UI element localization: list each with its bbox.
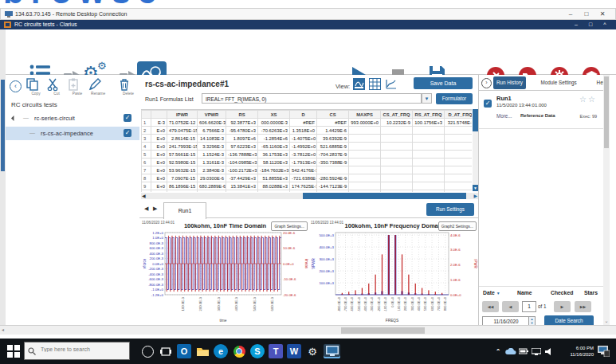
remote-desktop-icon[interactable] [324,344,340,358]
date-spinner-icon[interactable]: ▲▼ [528,316,536,325]
graph-view-icon[interactable] [385,78,397,90]
skype-icon[interactable]: S [250,344,265,358]
table-cell[interactable]: 92.3877E+3 [226,119,258,127]
table-cell[interactable] [349,151,381,159]
table-cell[interactable]: #REF [290,119,317,127]
table-cell[interactable]: 39.6392E-9 [317,135,349,143]
table-cell[interactable]: 993.0000E+0 [349,119,381,127]
rdp-tray-icon[interactable] [598,346,610,357]
table-cell[interactable] [445,127,473,135]
file-explorer-icon[interactable] [195,344,210,358]
edge-icon[interactable]: e [214,344,228,358]
tree-item-rc-series-circuit[interactable]: — rc-series-circuit ✓ [6,112,139,125]
battery-icon[interactable] [518,344,529,358]
table-cell[interactable]: 6.7566E-3 [198,127,226,135]
table-view-icon[interactable] [369,78,381,90]
onedrive-cloud-icon[interactable] [505,344,516,358]
volume-icon[interactable] [543,344,555,358]
table-cell[interactable]: 66.7000E-15 [167,190,198,193]
table-cell[interactable] [381,182,413,190]
cut-button[interactable]: Cut [47,78,66,96]
table-cell[interactable]: 10 [142,190,151,193]
rdc-vertical-scrollbar[interactable] [0,29,6,325]
tab-run-history[interactable]: Run History [493,76,526,89]
column-header[interactable]: CS_AT_FRQ [381,111,413,119]
table-cell[interactable]: -70.6263E+3 [258,127,290,135]
scrollbar-thumb[interactable] [341,327,425,334]
last-page-button[interactable]: ▶▶ [575,301,591,312]
table-cell[interactable] [445,151,473,159]
formulator-button[interactable]: Formulator [436,93,473,104]
table-cell[interactable]: 51.8855E+3 [258,174,290,182]
table-cell[interactable]: -184.7602E+3 [258,166,290,174]
table-cell[interactable] [413,174,445,182]
column-header[interactable]: XS [258,111,290,119]
table-cell[interactable]: -65.1160E+3 [258,143,290,151]
table-cell[interactable] [349,190,381,193]
table-cell[interactable]: -1.4992E+0 [290,143,317,151]
teams-icon[interactable]: T [269,344,283,358]
table-cell[interactable]: -95.4780E+3 [226,127,258,135]
table-cell[interactable]: E+0 [151,127,167,135]
table-cell[interactable]: 8 [142,174,151,182]
table-cell[interactable]: 478.6791E-3 [290,190,317,193]
column-header[interactable]: RS_AT_FRQ [413,111,445,119]
run-stars[interactable]: ☆☆ [579,95,597,104]
table-cell[interactable] [349,135,381,143]
rdc-minimize-button[interactable]: – [564,10,577,18]
table-cell[interactable] [381,159,413,166]
table-cell[interactable]: #REF [317,119,349,127]
table-cell[interactable]: -721.6386E-3 [290,174,317,182]
table-row[interactable]: 3E+02.8614E-1514.1083E-31.8097E+6-1.2854… [142,135,473,143]
app-collapse-button[interactable]: ^ [598,22,611,27]
table-cell[interactable] [349,143,381,151]
rdc-close-button[interactable]: ✕ [596,10,609,18]
table-cell[interactable]: -1.7913E+0 [290,159,317,166]
table-row[interactable]: 2E+0479.0475E-156.7566E-3-95.4780E+3-70.… [142,127,473,135]
table-cell[interactable]: 241.7993E-15 [167,143,198,151]
network-icon[interactable] [531,344,542,358]
table-cell[interactable]: 7 [142,166,151,174]
table-cell[interactable]: E+0 [151,174,167,182]
table-cell[interactable]: 58.1120E+3 [258,159,290,166]
table-cell[interactable]: 2 [142,127,151,135]
table-cell[interactable]: -61.4640E-9 [317,190,349,193]
column-header[interactable] [151,111,167,119]
column-header[interactable]: VPWR [198,111,226,119]
table-cell[interactable]: 29.0300E-6 [198,174,226,182]
table-cell[interactable]: -144.7123E-9 [317,182,349,190]
table-cell[interactable]: 680.2889E-6 [198,182,226,190]
table-cell[interactable] [381,143,413,151]
table-cell[interactable]: 53.9632E-15 [167,166,198,174]
rdc-horizontal-scrollbar[interactable]: ◂ [0,325,616,335]
table-cell[interactable] [445,159,473,166]
table-row[interactable]: 4E+0241.7993E-153.3296E-397.6223E+3-65.1… [142,143,473,151]
formula-dropdown-caret-icon[interactable]: ▼ [422,93,432,104]
table-cell[interactable]: E+0 [151,159,167,166]
table-cell[interactable]: E+0 [151,182,167,190]
table-cell[interactable] [349,166,381,174]
formula-dropdown[interactable]: IREAL= FFT_R(IMEAS, 0) [202,93,422,104]
tab-help[interactable]: Help [594,76,603,89]
table-cell[interactable]: 3.3296E-3 [198,143,226,151]
sort-descending-icon[interactable]: ▼ [496,291,500,296]
table-cell[interactable] [381,166,413,174]
table-cell[interactable]: E+0 [151,166,167,174]
graph-settings-button[interactable]: Graph Settings... [271,221,308,231]
table-cell[interactable]: 5 [142,151,151,159]
table-cell[interactable]: -136.7888E+3 [226,151,258,159]
table-cell[interactable]: 71.0752E-12 [167,119,198,127]
table-cell[interactable]: 97.6223E+3 [226,143,258,151]
table-row[interactable]: 1E-371.0752E-12606.6620E-392.3877E+3000.… [142,119,473,127]
table-cell[interactable]: -3.7812E+0 [290,151,317,159]
combined-view-icon[interactable] [353,78,365,90]
settings-icon[interactable]: ⚙ [305,344,320,358]
table-cell[interactable]: E+0 [151,190,167,193]
table-cell[interactable] [349,174,381,182]
table-cell[interactable]: -90.2854E+3 [226,190,258,193]
prev-run-icon[interactable]: ◀ [144,205,148,212]
table-cell[interactable]: -1.2854E+6 [258,135,290,143]
delete-button[interactable]: Delete [119,78,138,96]
table-cell[interactable]: 542.4176E-3 [290,166,317,174]
table-cell[interactable]: E+0 [151,135,167,143]
